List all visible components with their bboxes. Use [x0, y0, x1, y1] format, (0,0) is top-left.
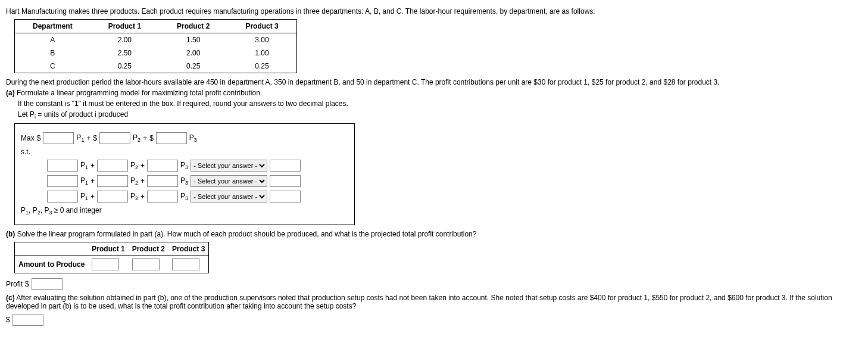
th-prod2: Product 2	[129, 242, 168, 256]
table-row: Amount to Produce	[15, 256, 209, 273]
dollar-sign: $	[93, 134, 97, 142]
st-label: s.t.	[21, 148, 30, 156]
obj-coef-p3-input[interactable]	[156, 132, 187, 144]
dollar-sign: $	[25, 280, 29, 288]
dollar-sign: $	[37, 134, 41, 142]
part-a-label: (a)	[6, 89, 15, 97]
obj-coef-p2-input[interactable]	[99, 132, 130, 144]
dollar-sign: $	[149, 134, 154, 142]
cell: C	[15, 60, 90, 73]
c1-p3-input[interactable]	[147, 160, 178, 172]
cell: 0.25	[227, 60, 296, 73]
var-p1: P1	[80, 192, 88, 201]
var-p1: P1	[80, 176, 88, 186]
obj-coef-p1-input[interactable]	[43, 132, 74, 144]
amount-p3-input[interactable]	[172, 258, 199, 270]
part-a-hint: If the constant is "1" it must be entere…	[18, 99, 862, 108]
part-a-let: Let Pi = units of product i produced	[18, 110, 862, 120]
plus: +	[86, 134, 90, 142]
cell: 1.50	[159, 33, 227, 47]
intro-text: Hart Manufacturing makes three products.…	[6, 7, 862, 15]
plus: +	[140, 161, 145, 170]
th-p1: Product 1	[90, 20, 159, 33]
cell: 0.25	[90, 60, 159, 73]
part-b-label: (b)	[6, 230, 15, 238]
c1-p1-input[interactable]	[47, 160, 78, 172]
amount-p1-input[interactable]	[92, 258, 119, 270]
var-p3: P3	[180, 176, 188, 186]
part-b-text: Solve the linear program formulated in p…	[17, 230, 477, 238]
var-p2: P2	[130, 176, 138, 186]
part-c-answer-row: $	[6, 314, 862, 326]
amount-label: Amount to Produce	[15, 256, 89, 273]
max-label: Max	[21, 134, 35, 142]
th-p3: Product 3	[227, 20, 296, 33]
th-prod1: Product 1	[88, 242, 128, 256]
c2-p3-input[interactable]	[147, 175, 178, 187]
plus: +	[90, 161, 95, 170]
cell: B	[15, 46, 90, 60]
lp-formulation-box: Max $ P1 + $ P2 + $ P3 s.t. P1 + P2 + P3…	[14, 123, 355, 225]
part-c-input[interactable]	[13, 314, 43, 326]
constraint-row-1: P1 + P2 + P3 - Select your answer -	[21, 160, 348, 172]
constraint-row-3: P1 + P2 + P3 - Select your answer -	[21, 191, 348, 203]
plus: +	[90, 177, 95, 185]
labor-hours-table: Department Product 1 Product 2 Product 3…	[14, 19, 297, 73]
nonneg-row: P1, P2, P3 ≥ 0 and integer	[21, 206, 348, 216]
after-table-text: During the next production period the la…	[6, 78, 862, 86]
profit-input[interactable]	[32, 278, 63, 290]
c1-p2-input[interactable]	[97, 160, 128, 172]
var-p3: P3	[180, 161, 188, 170]
c2-p2-input[interactable]	[97, 175, 128, 187]
cell: 3.00	[227, 33, 296, 47]
plus: +	[90, 192, 95, 201]
nonneg-text: P1, P2, P3 ≥ 0 and integer	[21, 206, 102, 216]
amount-to-produce-table: Product 1 Product 2 Product 3 Amount to …	[14, 242, 209, 273]
table-row: A 2.00 1.50 3.00	[15, 33, 297, 47]
var-p3: P3	[189, 133, 197, 143]
cell: A	[15, 33, 90, 47]
var-p1: P1	[76, 133, 84, 143]
var-p3: P3	[180, 192, 188, 201]
var-p2: P2	[130, 161, 138, 170]
profit-label: Profit	[6, 280, 23, 288]
objective-row: Max $ P1 + $ P2 + $ P3	[21, 132, 348, 144]
c1-relation-select[interactable]: - Select your answer -	[191, 160, 267, 172]
c2-p1-input[interactable]	[47, 175, 78, 187]
c1-rhs-input[interactable]	[270, 160, 301, 172]
c3-relation-select[interactable]: - Select your answer -	[191, 191, 267, 203]
plus: +	[140, 192, 145, 201]
cell: 2.00	[90, 33, 159, 47]
c3-rhs-input[interactable]	[270, 191, 301, 203]
plus: +	[143, 134, 147, 142]
part-c-text: After evaluating the solution obtained i…	[6, 294, 832, 310]
part-a-text: Formulate a linear programming model for…	[17, 89, 262, 97]
profit-row: Profit $	[6, 278, 862, 290]
part-c-label: (c)	[6, 294, 15, 302]
table-row: C 0.25 0.25 0.25	[15, 60, 297, 73]
th-blank	[15, 242, 89, 256]
th-prod3: Product 3	[168, 242, 209, 256]
c3-p3-input[interactable]	[147, 191, 178, 203]
c3-p1-input[interactable]	[47, 191, 78, 203]
table-row: B 2.50 2.00 1.00	[15, 46, 297, 60]
var-p1: P1	[80, 161, 88, 170]
var-p2: P2	[133, 133, 140, 143]
c2-rhs-input[interactable]	[270, 175, 301, 187]
cell: 2.00	[159, 46, 227, 60]
var-p2: P2	[130, 192, 138, 201]
th-p2: Product 2	[159, 20, 227, 33]
amount-p2-input[interactable]	[132, 258, 160, 270]
plus: +	[140, 177, 145, 185]
th-dept: Department	[15, 20, 90, 33]
cell: 0.25	[159, 60, 227, 73]
cell: 1.00	[227, 46, 296, 60]
c3-p2-input[interactable]	[97, 191, 128, 203]
c2-relation-select[interactable]: - Select your answer -	[191, 175, 267, 187]
st-label-row: s.t.	[21, 148, 348, 156]
dollar-sign: $	[6, 316, 10, 324]
cell: 2.50	[90, 46, 159, 60]
constraint-row-2: P1 + P2 + P3 - Select your answer -	[21, 175, 348, 187]
